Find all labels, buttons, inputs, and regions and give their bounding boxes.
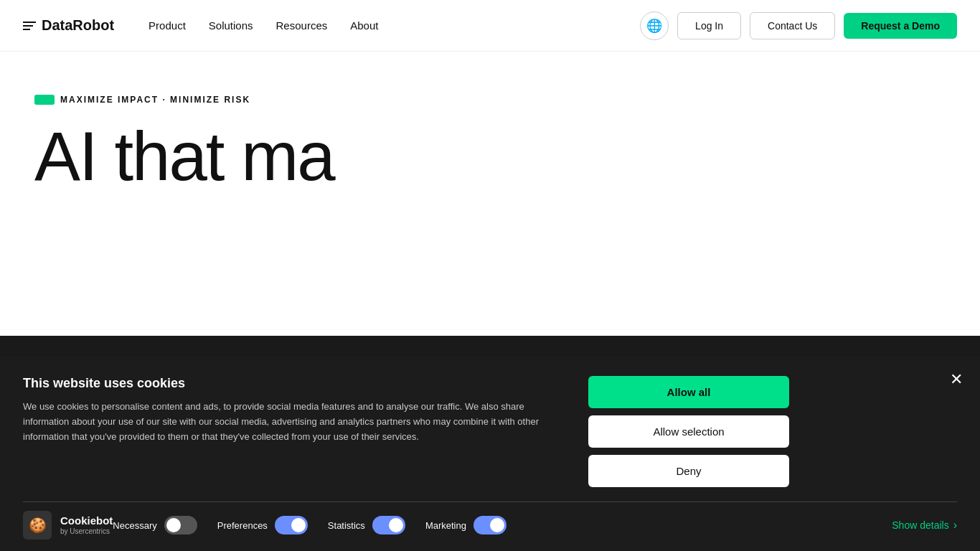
cookie-actions: Allow all Allow selection Deny [588, 376, 789, 487]
nav-links: Product Solutions Resources About [149, 19, 378, 32]
show-details-arrow-icon: › [953, 519, 957, 532]
hero-heading: AI that ma [34, 122, 946, 191]
allow-all-button[interactable]: Allow all [588, 376, 789, 408]
toggle-necessary[interactable] [164, 516, 197, 534]
toggle-marketing[interactable] [473, 516, 507, 534]
consent-statistics-label: Statistics [328, 520, 365, 531]
login-button[interactable]: Log In [677, 12, 741, 39]
nav-item-about[interactable]: About [350, 19, 378, 32]
tag-text: MAXIMIZE IMPACT · MINIMIZE RISK [60, 95, 250, 105]
toggle-preferences[interactable] [275, 516, 308, 534]
consent-necessary-label: Necessary [113, 520, 156, 531]
consent-marketing-label: Marketing [425, 520, 466, 531]
tag-dot [34, 95, 55, 105]
cookiebot-logo: Cookiebot by Usercentrics [60, 515, 113, 535]
show-details-button[interactable]: Show details › [892, 519, 957, 532]
deny-button[interactable]: Deny [588, 455, 789, 487]
nav-item-product[interactable]: Product [149, 19, 186, 32]
toggle-preferences-thumb [291, 518, 306, 532]
cookiebot-name: Cookiebot [60, 515, 113, 527]
cookie-footer: 🍪 Cookiebot by Usercentrics Necessary Pr… [23, 502, 957, 551]
cookie-banner: ✕ This website uses cookies We use cooki… [0, 356, 980, 551]
consent-items: Necessary Preferences Statistics [113, 516, 507, 534]
cookiebot-branding: 🍪 Cookiebot by Usercentrics [23, 511, 113, 540]
toggle-preferences-track [275, 516, 308, 534]
consent-preferences: Preferences [217, 516, 308, 534]
cookie-content: This website uses cookies We use cookies… [23, 376, 554, 444]
consent-marketing: Marketing [425, 516, 507, 534]
cookiebot-icon: 🍪 [23, 511, 52, 540]
toggle-statistics-track [372, 516, 405, 534]
consent-necessary: Necessary [113, 516, 197, 534]
toggle-necessary-track [164, 516, 197, 534]
toggle-marketing-track [473, 516, 507, 534]
toggle-statistics[interactable] [372, 516, 405, 534]
navbar: DataRobot Product Solutions Resources Ab… [0, 0, 980, 52]
allow-selection-button[interactable]: Allow selection [588, 415, 789, 448]
logo[interactable]: DataRobot [23, 17, 114, 34]
contact-button[interactable]: Contact Us [750, 12, 835, 39]
language-button[interactable]: 🌐 [640, 11, 669, 40]
logo-icon [23, 22, 36, 30]
tag-line: MAXIMIZE IMPACT · MINIMIZE RISK [34, 95, 946, 105]
cookiebot-sub: by Usercentrics [60, 527, 113, 535]
show-details-label: Show details [892, 519, 948, 531]
cookie-description: We use cookies to personalise content an… [23, 400, 554, 444]
navbar-left: DataRobot Product Solutions Resources Ab… [23, 17, 378, 34]
hero-section: MAXIMIZE IMPACT · MINIMIZE RISK AI that … [0, 52, 980, 220]
consent-statistics: Statistics [328, 516, 405, 534]
logo-text: DataRobot [42, 17, 114, 34]
toggle-marketing-thumb [490, 518, 504, 532]
cookie-top: This website uses cookies We use cookies… [23, 376, 957, 487]
consent-preferences-label: Preferences [217, 520, 268, 531]
cookie-title: This website uses cookies [23, 376, 554, 391]
cookie-close-button[interactable]: ✕ [950, 370, 963, 389]
navbar-right: 🌐 Log In Contact Us Request a Demo [640, 11, 957, 40]
toggle-statistics-thumb [389, 518, 403, 532]
nav-item-resources[interactable]: Resources [276, 19, 328, 32]
nav-item-solutions[interactable]: Solutions [209, 19, 253, 32]
toggle-necessary-thumb [166, 518, 181, 532]
demo-button[interactable]: Request a Demo [844, 13, 957, 39]
